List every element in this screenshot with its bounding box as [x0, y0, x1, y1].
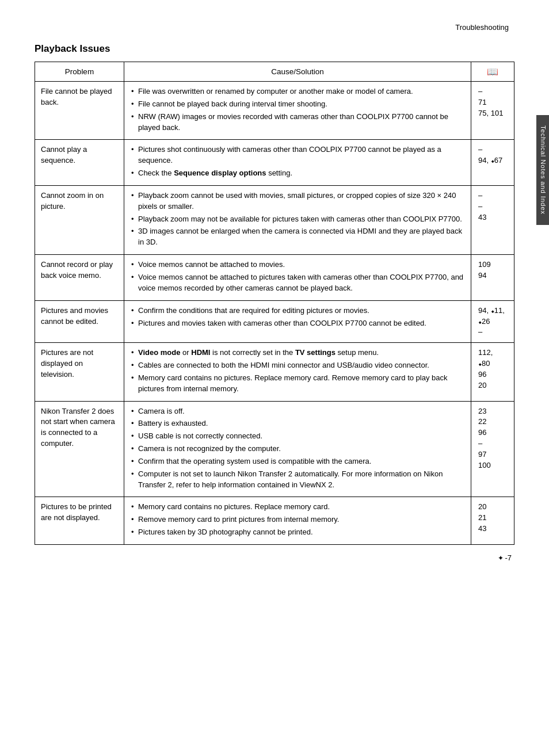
- sun-icon: ✦: [498, 554, 504, 562]
- problem-cell: Cannot zoom in on picture.: [35, 185, 124, 254]
- cause-item: Pictures taken by 3D photography cannot …: [130, 527, 465, 538]
- problem-cell: Pictures and movies cannot be edited.: [35, 300, 124, 343]
- problem-cell: Nikon Transfer 2 does not start when cam…: [35, 401, 124, 497]
- cause-item: Check the Sequence display options setti…: [130, 168, 465, 179]
- table-row: Pictures to be printed are not displayed…: [35, 497, 514, 545]
- ref-cell: 94, ⬥11, ⬥26–: [471, 300, 514, 343]
- cause-item: Memory card contains no pictures. Replac…: [130, 373, 465, 395]
- book-icon: 📖: [487, 67, 498, 77]
- ref-cell: 112, ⬥809620: [471, 343, 514, 401]
- problem-cell: Cannot play a sequence.: [35, 140, 124, 186]
- cause-item: Camera is off.: [130, 406, 465, 417]
- header-title: Troubleshooting: [455, 23, 509, 32]
- cause-item: Video mode or HDMI is not correctly set …: [130, 348, 465, 358]
- problem-cell: Cannot record or play back voice memo.: [35, 255, 124, 301]
- ref-cell: 232296–97100: [471, 401, 514, 497]
- col-problem: Problem: [35, 62, 124, 82]
- cause-cell: Confirm the conditions that are required…: [124, 300, 471, 343]
- table-row: Pictures are not displayed on television…: [35, 343, 514, 401]
- cause-item: Computer is not set to launch Nikon Tran…: [130, 469, 465, 491]
- table-row: Pictures and movies cannot be edited.Con…: [35, 300, 514, 343]
- table-row: Nikon Transfer 2 does not start when cam…: [35, 401, 514, 497]
- ref-cell: –94, ⬥67: [471, 140, 514, 186]
- cause-item: 3D images cannot be enlarged when the ca…: [130, 226, 465, 248]
- cause-item: Pictures shot continuously with cameras …: [130, 144, 465, 166]
- page-container: Troubleshooting Playback Issues Problem …: [0, 0, 549, 579]
- ref-cell: –7175, 101: [471, 82, 514, 140]
- col-ref: 📖: [471, 62, 514, 82]
- cause-item: Voice memos cannot be attached to movies…: [130, 259, 465, 270]
- ref-cell: ––43: [471, 185, 514, 254]
- problem-cell: File cannot be played back.: [35, 82, 124, 140]
- cause-cell: Memory card contains no pictures. Replac…: [124, 497, 471, 545]
- cause-cell: Pictures shot continuously with cameras …: [124, 140, 471, 186]
- cause-cell: Camera is off.Battery is exhausted.USB c…: [124, 401, 471, 497]
- problem-cell: Pictures to be printed are not displayed…: [35, 497, 124, 545]
- cause-cell: Playback zoom cannot be used with movies…: [124, 185, 471, 254]
- cause-cell: Voice memos cannot be attached to movies…: [124, 255, 471, 301]
- cause-item: Playback zoom may not be available for p…: [130, 214, 465, 225]
- page-header: Troubleshooting: [35, 23, 514, 32]
- page-footer: ✦-7: [498, 553, 512, 562]
- col-cause: Cause/Solution: [124, 62, 471, 82]
- cause-cell: File was overwritten or renamed by compu…: [124, 82, 471, 140]
- ref-cell: 10994: [471, 255, 514, 301]
- problem-cell: Pictures are not displayed on television…: [35, 343, 124, 401]
- cause-item: Memory card contains no pictures. Replac…: [130, 502, 465, 513]
- cause-item: Remove memory card to print pictures fro…: [130, 514, 465, 525]
- cause-item: Voice memos cannot be attached to pictur…: [130, 272, 465, 294]
- cause-item: File was overwritten or renamed by compu…: [130, 86, 465, 97]
- cause-item: USB cable is not correctly connected.: [130, 431, 465, 442]
- cause-item: Pictures and movies taken with cameras o…: [130, 318, 465, 329]
- table-row: File cannot be played back.File was over…: [35, 82, 514, 140]
- cause-item: Camera is not recognized by the computer…: [130, 444, 465, 455]
- page-number: -7: [505, 553, 512, 562]
- cause-item: File cannot be played back during interv…: [130, 99, 465, 110]
- table-row: Cannot record or play back voice memo.Vo…: [35, 255, 514, 301]
- ref-cell: 202143: [471, 497, 514, 545]
- table-row: Cannot zoom in on picture.Playback zoom …: [35, 185, 514, 254]
- cause-item: Confirm the conditions that are required…: [130, 306, 465, 316]
- table-row: Cannot play a sequence.Pictures shot con…: [35, 140, 514, 186]
- cause-item: NRW (RAW) images or movies recorded with…: [130, 112, 465, 133]
- cause-item: Confirm that the operating system used i…: [130, 456, 465, 467]
- cause-item: Battery is exhausted.: [130, 418, 465, 429]
- cause-item: Cables are connected to both the HDMI mi…: [130, 360, 465, 371]
- cause-item: Playback zoom cannot be used with movies…: [130, 190, 465, 212]
- sidebar-label: Technical Notes and Index: [536, 115, 549, 225]
- playback-issues-table: Problem Cause/Solution 📖 File cannot be …: [35, 62, 514, 545]
- cause-cell: Video mode or HDMI is not correctly set …: [124, 343, 471, 401]
- section-title: Playback Issues: [35, 43, 514, 55]
